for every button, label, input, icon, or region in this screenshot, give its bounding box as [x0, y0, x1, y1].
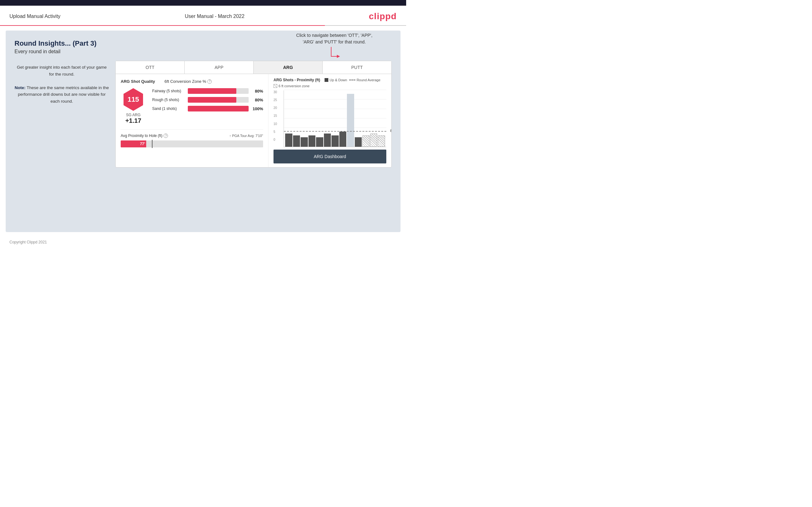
legend-label-6ft: 6 ft conversion zone: [278, 84, 309, 88]
bars-container: [284, 91, 386, 147]
y-label-25: 25: [273, 98, 277, 102]
chart-bar-11: [362, 135, 370, 147]
layout-row: Get greater insight into each facet of y…: [14, 61, 392, 168]
arg-dashboard-button[interactable]: ARG Dashboard: [273, 150, 386, 163]
prox-bar-fill: 77': [121, 140, 146, 148]
bar-container-sand: [188, 106, 249, 111]
y-label-30: 30: [273, 91, 277, 94]
chart-area: 8: [284, 91, 386, 147]
shot-label-fairway: Fairway (5 shots): [152, 89, 185, 93]
y-label-20: 20: [273, 106, 277, 110]
chart-bar-10: [355, 137, 362, 147]
svg-marker-0: [337, 55, 340, 58]
annotation-text: Click to navigate between 'OTT', 'APP','…: [284, 32, 385, 45]
chart-bar-1: [285, 133, 292, 147]
grid-20: [284, 109, 386, 109]
card-body: ARG Shot Quality 6ft Conversion Zone % ?…: [116, 74, 391, 167]
bar-3-fill: [301, 137, 308, 147]
tab-arg[interactable]: ARG: [254, 61, 323, 74]
y-label-0: 0: [273, 138, 277, 142]
chart-wrapper: 30 25 20 15 10 5 0 8: [273, 91, 386, 147]
prox-bar-container: 77': [121, 140, 263, 148]
header-divider: [0, 25, 406, 26]
bar-4-fill: [308, 135, 316, 147]
legend-label-up-down: Up & Down: [329, 78, 347, 82]
chart-bar-5: [316, 137, 323, 147]
chart-bar-9: [347, 94, 354, 147]
shot-row-sand: Sand (1 shots) 100%: [152, 106, 263, 111]
legend-round-avg: Round Average: [349, 78, 380, 82]
tabs-row: OTT APP ARG PUTT: [116, 61, 391, 74]
sg-value: +1.17: [121, 117, 146, 124]
shot-row-rough: Rough (5 shots) 80%: [152, 97, 263, 103]
bar-pct-rough: 80%: [251, 98, 263, 102]
header: Upload Manual Activity User Manual - Mar…: [0, 6, 406, 25]
tab-ott[interactable]: OTT: [116, 61, 185, 74]
logo: clippd: [369, 11, 397, 21]
grid-15: [284, 118, 386, 118]
shot-row-fairway: Fairway (5 shots) 80%: [152, 88, 263, 94]
bar-pct-sand: 100%: [251, 106, 263, 111]
prox-bar-value: 77': [140, 142, 145, 146]
bar-13-fill: [378, 135, 385, 147]
proximity-help-icon[interactable]: ?: [163, 133, 168, 138]
doc-title: User Manual - March 2022: [185, 13, 244, 19]
main-content: Click to navigate between 'OTT', 'APP','…: [6, 31, 401, 232]
legend-box-solid: [324, 78, 328, 82]
arg-sublabel: 6ft Conversion Zone % ?: [164, 79, 212, 84]
grid-30: [284, 90, 386, 90]
left-card-content: ARG Shot Quality 6ft Conversion Zone % ?…: [116, 74, 268, 167]
bar-2-fill: [293, 135, 300, 147]
help-icon[interactable]: ?: [207, 79, 212, 84]
chart-bar-3: [301, 137, 308, 147]
annotation-arrow: [325, 45, 344, 63]
bar-9-fill: [347, 94, 354, 147]
legend-hatch-box: [273, 84, 277, 88]
y-label-15: 15: [273, 114, 277, 117]
chart-bar-6: [324, 133, 331, 147]
bar-container-rough: [188, 97, 249, 103]
grid-25: [284, 99, 386, 100]
legend-up-down: Up & Down: [324, 78, 347, 82]
top-bar: [0, 0, 406, 6]
avg-proximity-label: Avg Proximity to Hole (ft): [121, 133, 162, 138]
bar-8-fill: [339, 132, 347, 147]
prox-bar-marker: [152, 140, 153, 148]
bar-fill-sand: [188, 106, 249, 111]
tab-app[interactable]: APP: [185, 61, 254, 74]
chart-bar-2: [293, 135, 300, 147]
footer-text: Copyright Clippd 2021: [9, 240, 47, 244]
upload-label: Upload Manual Activity: [9, 13, 60, 19]
legend-label-round-avg: Round Average: [357, 78, 380, 82]
y-axis-labels: 30 25 20 15 10 5 0: [273, 91, 277, 142]
shot-label-sand: Sand (1 shots): [152, 106, 185, 111]
right-card-content: ARG Shots - Proximity (ft) Up & Down Rou…: [268, 74, 391, 167]
footer: Copyright Clippd 2021: [0, 237, 406, 247]
left-panel: Get greater insight into each facet of y…: [14, 61, 109, 105]
chart-bar-7: [332, 135, 339, 147]
sg-label: SG ARG: [121, 113, 146, 117]
bar-fill-fairway: [188, 88, 236, 94]
y-label-10: 10: [273, 122, 277, 126]
chart-title: ARG Shots - Proximity (ft): [273, 78, 320, 82]
y-label-5: 5: [273, 130, 277, 133]
shot-label-rough: Rough (5 shots): [152, 98, 185, 102]
bar-10-fill: [355, 137, 362, 147]
proximity-section: Avg Proximity to Hole (ft) ? ↑ PGA Tour …: [121, 129, 263, 148]
bar-12-fill: [370, 133, 377, 147]
right-section: OTT APP ARG PUTT ARG Shot Quality 6ft Co…: [115, 61, 392, 168]
hex-badge: 115: [122, 88, 145, 111]
legend-dashed-line: [349, 80, 355, 80]
bar-5-fill: [316, 137, 323, 147]
insight-text: Get greater insight into each facet of y…: [14, 64, 109, 105]
dashed-label: 8: [390, 129, 392, 132]
bar-7-fill: [332, 135, 339, 147]
six-ft-label: 6ft Conversion Zone %: [164, 79, 206, 84]
main-card: OTT APP ARG PUTT ARG Shot Quality 6ft Co…: [115, 61, 392, 168]
note-label: Note:: [14, 86, 26, 90]
annotation-container: Click to navigate between 'OTT', 'APP','…: [284, 32, 385, 63]
tab-putt[interactable]: PUTT: [323, 61, 391, 74]
arg-shot-quality-label: ARG Shot Quality: [121, 79, 155, 84]
proximity-header: Avg Proximity to Hole (ft) ? ↑ PGA Tour …: [121, 133, 263, 138]
bar-pct-fairway: 80%: [251, 89, 263, 94]
